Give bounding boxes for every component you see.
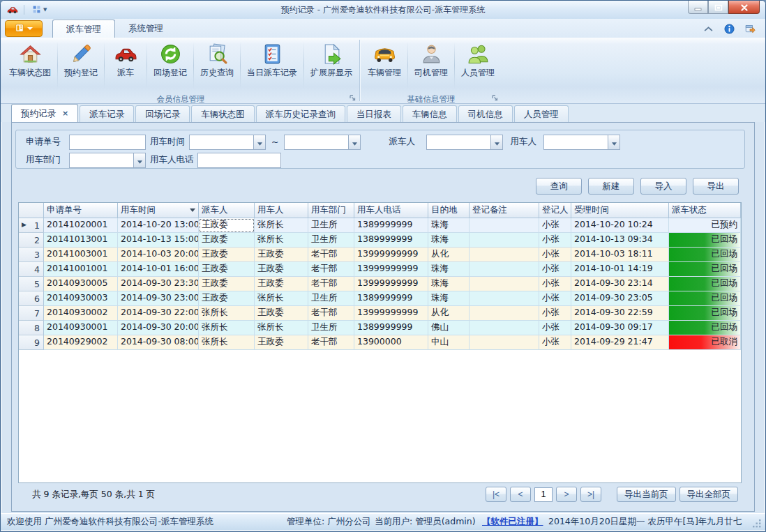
cell-accept-time[interactable]: 2014-09-30 23:05 <box>571 291 669 306</box>
cell-register-remark[interactable] <box>470 248 539 262</box>
cell-registrar[interactable]: 小张 <box>539 218 571 233</box>
ribbon-button-driver-management[interactable]: 司机管理 <box>409 40 453 80</box>
cell-use-time[interactable]: 2014-10-03 20:00 <box>118 248 199 262</box>
cell-use-time[interactable]: 2014-10-13 15:00 <box>118 233 199 248</box>
row-indicator[interactable]: ▶1 <box>19 218 44 233</box>
cell-order-no[interactable]: 20141001001 <box>44 262 118 277</box>
cell-registrar[interactable]: 小张 <box>539 262 571 277</box>
doc-tab-vehicle-info[interactable]: 车辆信息 <box>403 105 457 122</box>
cell-register-remark[interactable] <box>470 291 539 306</box>
cell-user-phone[interactable]: 13999999999 <box>354 248 428 262</box>
cell-destination[interactable]: 珠海 <box>428 233 470 248</box>
grid-row[interactable]: 7201409300022014-09-30 22:00张所长王政委老干部139… <box>19 306 741 321</box>
doc-tab-personnel-management[interactable]: 人员管理 <box>514 105 569 122</box>
cell-user-phone[interactable]: 13999999999 <box>354 277 428 291</box>
cell-accept-time[interactable]: 2014-09-30 23:14 <box>571 277 669 291</box>
cell-order-no[interactable]: 20141003001 <box>44 248 118 262</box>
column-header-department[interactable]: 用车部门 <box>308 203 354 218</box>
cell-register-remark[interactable] <box>470 335 539 350</box>
cell-dispatcher[interactable]: 王政委 <box>199 277 255 291</box>
cell-department[interactable]: 老干部 <box>308 306 354 321</box>
cell-dispatcher[interactable]: 王政委 <box>199 218 255 233</box>
update-window-icon[interactable] <box>745 24 756 34</box>
use-time-to-combo[interactable] <box>284 135 361 150</box>
cell-dispatcher[interactable]: 王政委 <box>199 248 255 262</box>
cell-user-phone[interactable]: 13900000 <box>354 335 428 350</box>
cell-dispatch-status[interactable]: 已回场 <box>669 306 741 321</box>
quick-access-toolbar-button[interactable]: ▼ <box>29 3 50 17</box>
cell-department[interactable]: 卫生所 <box>308 321 354 335</box>
doc-tab-daily-report[interactable]: 当日报表 <box>347 105 401 122</box>
ribbon-button-extended-screen-display[interactable]: 扩展屏显示 <box>305 40 358 80</box>
next-page-button[interactable]: > <box>556 487 577 502</box>
column-header-order-no[interactable]: 申请单号 <box>44 203 118 218</box>
license-registered-link[interactable]: 【软件已注册】 <box>482 516 548 528</box>
dept-combo[interactable] <box>69 153 146 168</box>
last-page-button[interactable]: >| <box>580 487 601 502</box>
cell-use-time[interactable]: 2014-10-01 16:00 <box>118 262 199 277</box>
phone-input[interactable] <box>197 153 281 168</box>
doc-tab-dispatch-records[interactable]: 派车记录 <box>80 105 134 122</box>
ribbon-button-reservation-register[interactable]: 预约登记 <box>59 40 103 80</box>
use-time-from-combo[interactable] <box>189 135 266 150</box>
dialog-launcher-icon[interactable] <box>349 94 356 101</box>
dispatcher-combo[interactable] <box>426 135 503 150</box>
cell-dispatch-status[interactable]: 已回场 <box>669 321 741 335</box>
close-button[interactable] <box>728 1 760 14</box>
cell-department[interactable]: 卫生所 <box>308 233 354 248</box>
cell-user-phone[interactable]: 1389999999 <box>354 321 428 335</box>
close-tab-icon[interactable]: × <box>62 109 68 117</box>
ribbon-button-vehicle-management[interactable]: 车辆管理 <box>362 40 407 80</box>
cell-order-no[interactable]: 20141013001 <box>44 233 118 248</box>
cell-use-time[interactable]: 2014-09-30 22:00 <box>118 306 199 321</box>
cell-destination[interactable]: 从化 <box>428 306 470 321</box>
ribbon-tab-dispatch-management[interactable]: 派车管理 <box>52 20 115 38</box>
cell-dispatch-status[interactable]: 已回场 <box>669 291 741 306</box>
cell-user[interactable]: 王政委 <box>255 262 308 277</box>
cell-dispatcher[interactable]: 王政委 <box>199 262 255 277</box>
dropdown-button[interactable] <box>253 135 265 149</box>
cell-dispatcher[interactable]: 王政委 <box>199 233 255 248</box>
dropdown-button[interactable] <box>348 135 360 149</box>
cell-use-time[interactable]: 2014-09-30 23:00 <box>118 291 199 306</box>
cell-dispatch-status[interactable]: 已预约 <box>669 218 741 233</box>
cell-use-time[interactable]: 2014-09-30 20:00 <box>118 321 199 335</box>
cell-order-no[interactable]: 20140930002 <box>44 306 118 321</box>
grid-row[interactable]: 9201409290022014-09-30 08:00张所长王政委老干部139… <box>19 335 741 350</box>
cell-registrar[interactable]: 小张 <box>539 291 571 306</box>
column-header-user-phone[interactable]: 用车人电话 <box>354 203 428 218</box>
dropdown-button[interactable] <box>608 135 619 149</box>
query-button[interactable]: 查询 <box>536 178 582 195</box>
cell-user-phone[interactable]: 1389999999 <box>354 218 428 233</box>
column-header-register-remark[interactable]: 登记备注 <box>470 203 539 218</box>
cell-dispatcher[interactable]: 王政委 <box>199 291 255 306</box>
dropdown-button[interactable] <box>490 135 502 149</box>
ribbon-tab-system-management[interactable]: 系统管理 <box>115 20 177 38</box>
doc-tab-driver-info[interactable]: 司机信息 <box>458 105 513 122</box>
cell-destination[interactable]: 珠海 <box>428 218 470 233</box>
resize-grip-icon[interactable] <box>752 519 763 530</box>
prev-page-button[interactable]: < <box>510 487 531 502</box>
grid-row[interactable]: 6201409300032014-09-30 23:00王政委张所长卫生所138… <box>19 291 741 306</box>
row-indicator[interactable]: 8 <box>19 321 44 335</box>
ribbon-button-vehicle-status-map[interactable]: 车辆状态图 <box>3 40 57 80</box>
cell-register-remark[interactable] <box>470 321 539 335</box>
cell-user-phone[interactable]: 13999999999 <box>354 306 428 321</box>
application-menu-button[interactable] <box>5 20 43 37</box>
ribbon-button-return-register[interactable]: 回场登记 <box>148 40 193 80</box>
cell-registrar[interactable]: 小张 <box>539 248 571 262</box>
cell-user[interactable]: 张所长 <box>255 291 308 306</box>
cell-dispatcher[interactable]: 张所长 <box>199 321 255 335</box>
cell-destination[interactable]: 珠海 <box>428 277 470 291</box>
export-current-page-button[interactable]: 导出当前页 <box>617 487 676 502</box>
cell-register-remark[interactable] <box>470 306 539 321</box>
column-header-destination[interactable]: 目的地 <box>428 203 470 218</box>
grid-row[interactable]: 2201410130012014-10-13 15:00王政委张所长卫生所138… <box>19 233 741 248</box>
cell-user[interactable]: 王政委 <box>255 248 308 262</box>
cell-registrar[interactable]: 小张 <box>539 233 571 248</box>
column-header-dispatch-status[interactable]: 派车状态 <box>669 203 741 218</box>
grid-row[interactable]: ▶1201410200012014-10-20 13:00王政委张所长卫生所13… <box>19 218 741 233</box>
row-indicator[interactable]: 2 <box>19 233 44 248</box>
ribbon-button-today-dispatch-records[interactable]: 当日派车记录 <box>241 40 303 80</box>
cell-destination[interactable]: 中山 <box>428 335 470 350</box>
